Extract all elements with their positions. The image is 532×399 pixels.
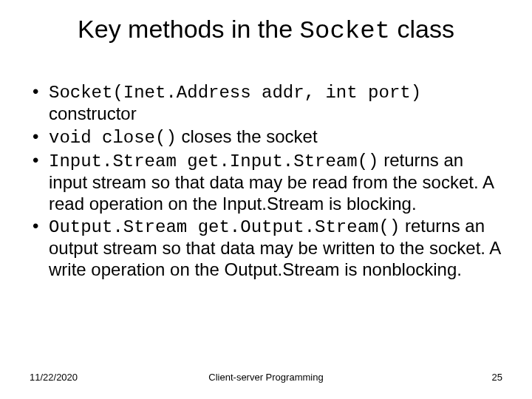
list-item: void close() closes the socket: [30, 126, 502, 149]
footer-center: Client-server Programming: [30, 372, 502, 383]
title-post: class: [390, 15, 454, 43]
bullet-list: Socket(Inet.Address addr, int port) cons…: [30, 81, 502, 280]
bullet-text: constructor: [49, 103, 137, 123]
slide: Key methods in the Socket class Socket(I…: [0, 0, 532, 399]
title-pre: Key methods in the: [78, 15, 300, 43]
title-code: Socket: [300, 17, 390, 45]
slide-body: Socket(Inet.Address addr, int port) cons…: [30, 81, 502, 282]
slide-footer: 11/22/2020 Client-server Programming 25: [30, 372, 502, 383]
list-item: Output.Stream get.Output.Stream() return…: [30, 216, 502, 280]
slide-title: Key methods in the Socket class: [0, 15, 532, 45]
bullet-code: Output.Stream get.Output.Stream(): [49, 217, 400, 237]
bullet-code: Input.Stream get.Input.Stream(): [49, 151, 378, 171]
bullet-code: Socket(Inet.Address addr, int port): [49, 83, 421, 103]
list-item: Input.Stream get.Input.Stream() returns …: [30, 150, 502, 214]
bullet-code: void close(): [49, 128, 177, 148]
bullet-text: closes the socket: [177, 126, 318, 146]
list-item: Socket(Inet.Address addr, int port) cons…: [30, 81, 502, 125]
